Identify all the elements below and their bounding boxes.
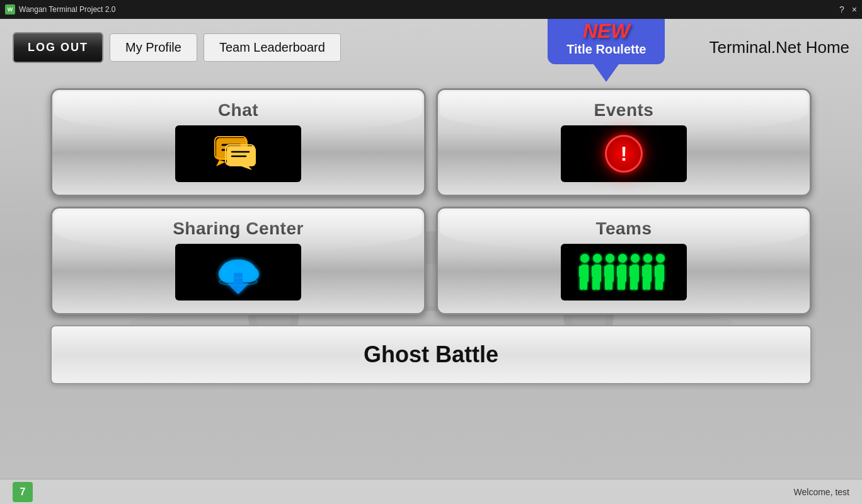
svg-marker-12	[216, 160, 226, 166]
svg-rect-64	[655, 277, 659, 290]
svg-rect-26	[579, 266, 582, 277]
svg-rect-45	[623, 266, 626, 277]
svg-rect-63	[660, 266, 664, 277]
ghost-battle-button[interactable]: Ghost Battle	[50, 325, 812, 384]
close-button[interactable]: ×	[852, 4, 857, 14]
main-background: LOG OUT My Profile Team Leaderboard NEW …	[0, 19, 862, 504]
svg-point-54	[643, 254, 652, 263]
status-bar: 7 Welcome, test	[0, 479, 862, 504]
title-roulette-widget[interactable]: NEW Title Roulette	[548, 19, 665, 82]
welcome-text: Welcome, test	[794, 487, 849, 497]
svg-rect-57	[648, 266, 651, 277]
svg-point-24	[580, 254, 589, 263]
chat-icon-box	[175, 125, 301, 182]
svg-rect-65	[659, 277, 663, 290]
title-roulette-box[interactable]: NEW Title Roulette	[548, 19, 665, 64]
teams-title: Teams	[595, 219, 652, 239]
teams-people-icon	[573, 249, 674, 296]
svg-rect-32	[592, 266, 595, 277]
events-button[interactable]: Events !	[436, 88, 812, 197]
svg-rect-35	[596, 277, 600, 290]
svg-point-48	[631, 254, 640, 263]
team-leaderboard-tab[interactable]: Team Leaderboard	[204, 33, 341, 62]
chat-title: Chat	[218, 100, 258, 120]
title-bar: W Wangan Terminal Project 2.0 ? ×	[0, 0, 862, 19]
main-grid: Chat Events !	[50, 88, 812, 384]
cloud-download-icon	[210, 249, 267, 296]
svg-rect-47	[621, 277, 625, 290]
sharing-center-button[interactable]: Sharing Center	[50, 207, 426, 315]
app-title: Wangan Terminal Project 2.0	[19, 5, 115, 14]
svg-rect-38	[604, 266, 607, 277]
status-icon: 7	[13, 482, 33, 502]
svg-rect-53	[634, 277, 638, 290]
nav-bar: LOG OUT My Profile Team Leaderboard NEW …	[0, 19, 862, 76]
svg-rect-44	[617, 266, 620, 277]
events-icon-box: !	[561, 125, 687, 182]
svg-rect-56	[642, 266, 645, 277]
svg-rect-46	[618, 277, 621, 290]
svg-rect-33	[597, 266, 601, 277]
svg-point-60	[656, 254, 665, 263]
svg-rect-58	[643, 277, 646, 290]
events-title: Events	[594, 100, 654, 120]
title-roulette-new-label: NEW	[566, 20, 646, 42]
title-roulette-sub-label: Title Roulette	[566, 42, 646, 57]
svg-rect-29	[583, 277, 587, 290]
svg-rect-34	[592, 277, 596, 290]
my-profile-tab[interactable]: My Profile	[110, 33, 197, 62]
app-icon: W	[5, 4, 15, 14]
chat-icon	[213, 135, 263, 173]
svg-rect-50	[629, 266, 633, 277]
teams-button[interactable]: Teams	[436, 207, 812, 315]
terminal-home-link[interactable]: Terminal.Net Home	[709, 38, 849, 57]
svg-rect-62	[655, 266, 658, 277]
svg-rect-51	[635, 266, 638, 277]
svg-point-30	[593, 254, 602, 263]
title-roulette-arrow	[594, 64, 619, 82]
svg-point-36	[606, 254, 614, 263]
chat-button[interactable]: Chat	[50, 88, 426, 197]
teams-icon-box	[561, 244, 687, 301]
svg-rect-41	[609, 277, 612, 290]
svg-rect-52	[630, 277, 634, 290]
logout-button[interactable]: LOG OUT	[13, 32, 103, 63]
help-button[interactable]: ?	[839, 4, 844, 14]
svg-rect-27	[585, 266, 588, 277]
svg-rect-59	[646, 277, 650, 290]
ghost-battle-title: Ghost Battle	[67, 341, 795, 368]
svg-rect-40	[605, 277, 609, 290]
svg-rect-39	[610, 266, 613, 277]
events-icon: !	[605, 135, 643, 173]
svg-rect-28	[580, 277, 583, 290]
sharing-center-icon-box	[175, 244, 301, 301]
sharing-center-title: Sharing Center	[173, 219, 304, 239]
svg-point-42	[618, 254, 627, 263]
